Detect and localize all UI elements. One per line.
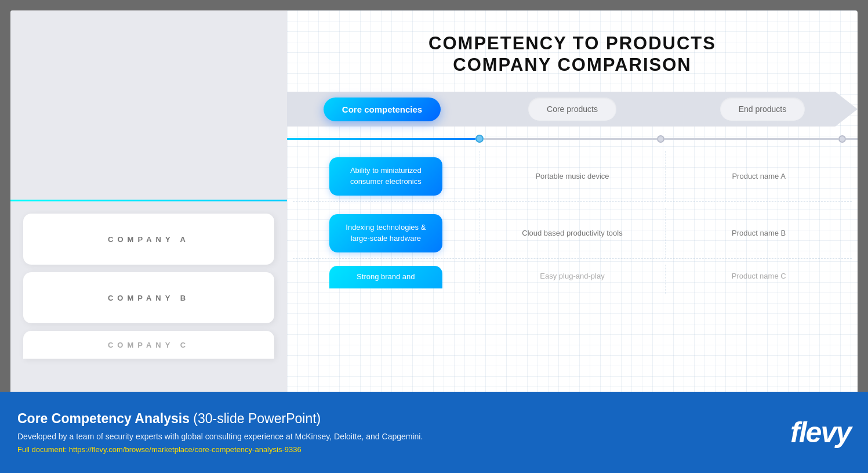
end-products-header: End products — [720, 97, 806, 121]
timeline-grey-1 — [484, 138, 658, 140]
company-b-label: COMPANY B — [108, 294, 190, 302]
footer-title: Core Competency Analysis (30-slide Power… — [17, 411, 790, 427]
competency-col-1: Ability to miniaturized consumer electro… — [293, 151, 480, 201]
timeline-dot-3 — [838, 135, 846, 143]
timeline-cyan-left — [10, 200, 287, 201]
company-c-label: COMPANY C — [108, 341, 190, 349]
timeline-dot-2 — [657, 135, 664, 143]
competency-pill-2: Indexing technologies & large-scale hard… — [329, 214, 442, 252]
footer: Core Competency Analysis (30-slide Power… — [0, 392, 868, 473]
slide-area: COMPANY A COMPANY B COMPANY C COMPETENCY… — [10, 10, 858, 392]
left-upper — [10, 10, 287, 150]
data-row-2: Indexing technologies & large-scale hard… — [293, 208, 852, 259]
company-a-card: COMPANY A — [23, 214, 274, 265]
full-layout: COMPANY A COMPANY B COMPANY C COMPETENCY… — [0, 0, 868, 473]
timeline-right — [287, 130, 858, 147]
core-products-header: Core products — [528, 97, 617, 121]
core-product-text-2: Cloud based productivity tools — [522, 229, 622, 237]
timeline-grey-2 — [664, 138, 838, 140]
footer-subtitle: Developed by a team of security experts … — [17, 432, 790, 441]
end-product-col-2: Product name B — [666, 208, 852, 258]
end-product-col-1: Product name A — [666, 151, 852, 201]
company-cards: COMPANY A COMPANY B COMPANY C — [10, 209, 287, 392]
core-product-text-3: Easy plug-and-play — [540, 272, 604, 280]
timeline-left — [10, 192, 287, 209]
left-column: COMPANY A COMPANY B COMPANY C — [10, 10, 287, 392]
data-row-1: Ability to miniaturized consumer electro… — [293, 151, 852, 202]
company-b-card: COMPANY B — [23, 272, 274, 323]
end-product-text-2: Product name B — [732, 229, 786, 237]
pill-col-3: End products — [667, 88, 858, 130]
data-row-3: Strong brand and Easy plug-and-play Prod… — [293, 265, 852, 294]
pills-row: Core competencies Core products End prod… — [287, 88, 858, 130]
competency-col-2: Indexing technologies & large-scale hard… — [293, 208, 480, 258]
core-product-col-3: Easy plug-and-play — [480, 265, 666, 294]
footer-title-bold: Core Competency Analysis — [17, 411, 190, 426]
core-product-col-2: Cloud based productivity tools — [480, 208, 666, 258]
core-product-col-1: Portable music device — [480, 151, 666, 201]
timeline-dot-1 — [475, 135, 484, 143]
footer-link: Full document: https://flevy.com/browse/… — [17, 445, 790, 454]
timeline-grey-end — [846, 138, 858, 140]
right-column: COMPETENCY TO PRODUCTS COMPANY COMPARISO… — [287, 10, 858, 392]
flevy-logo: flevy — [790, 416, 851, 449]
pill-col-2: Core products — [477, 88, 667, 130]
company-a-label: COMPANY A — [108, 235, 190, 244]
left-arrow-placeholder — [10, 150, 287, 192]
end-product-text-3: Product name C — [732, 272, 786, 280]
core-competencies-header: Core competencies — [324, 98, 441, 121]
pill-col-1: Core competencies — [287, 88, 477, 130]
footer-title-rest: (30-slide PowerPoint) — [190, 411, 321, 426]
competency-col-3: Strong brand and — [293, 265, 480, 294]
core-product-text-1: Portable music device — [535, 172, 609, 180]
competency-pill-3: Strong brand and — [329, 266, 442, 288]
footer-text-area: Core Competency Analysis (30-slide Power… — [17, 411, 790, 454]
header-arrow-row: Core competencies Core products End prod… — [287, 88, 858, 130]
main-title-line2: COMPANY COMPARISON — [453, 55, 691, 75]
competency-pill-1: Ability to miniaturized consumer electro… — [329, 157, 442, 196]
main-title-line1: COMPETENCY TO PRODUCTS — [428, 33, 716, 53]
title-area: COMPETENCY TO PRODUCTS COMPANY COMPARISO… — [287, 10, 858, 88]
company-c-card: COMPANY C — [23, 331, 274, 359]
data-rows: Ability to miniaturized consumer electro… — [287, 147, 858, 392]
timeline-blue-seg — [287, 138, 475, 140]
end-product-col-3: Product name C — [666, 265, 852, 294]
end-product-text-1: Product name A — [732, 172, 786, 180]
